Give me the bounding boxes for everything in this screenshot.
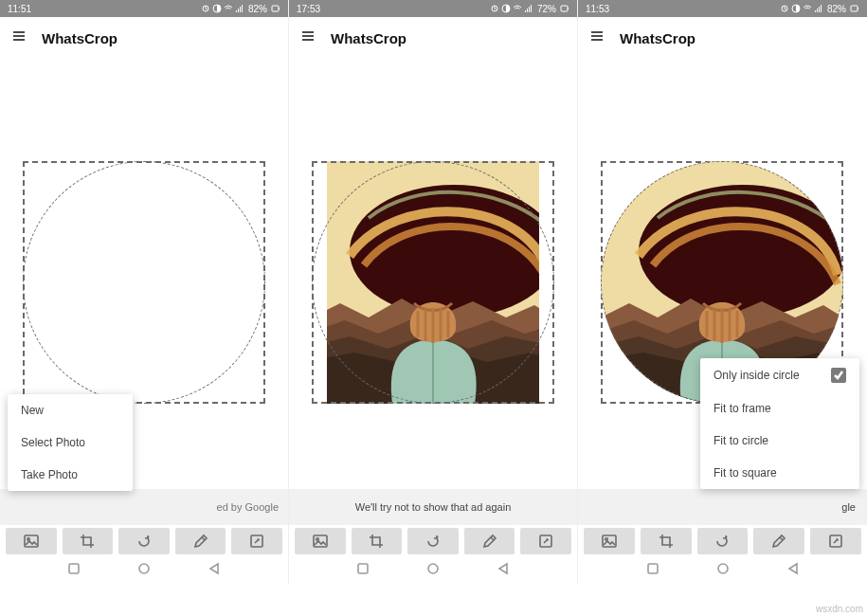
bottom-toolbar: [578, 525, 867, 557]
status-right: 82%: [780, 4, 859, 14]
nav-back[interactable]: [786, 562, 800, 579]
image-button[interactable]: [295, 528, 346, 554]
status-bar: 17:53 72%: [289, 0, 577, 17]
android-navbar: [0, 557, 288, 584]
panels-row: 11:51 82% WhatsCrop New Select Photo: [0, 0, 867, 584]
menu-button[interactable]: [300, 28, 316, 47]
menu-button[interactable]: [589, 28, 605, 47]
nav-back[interactable]: [497, 562, 510, 579]
android-navbar: [289, 557, 577, 584]
battery-pct: 72%: [537, 4, 556, 14]
menu-item-new[interactable]: New: [8, 394, 133, 426]
battery-icon: [560, 4, 569, 13]
wifi-icon: [513, 4, 522, 13]
fit-menu: Only inside circle Fit to frame Fit to c…: [700, 358, 859, 489]
edit-box-button[interactable]: [520, 528, 571, 554]
rotate-button[interactable]: [407, 528, 459, 554]
status-time: 11:51: [8, 4, 31, 14]
crop-canvas[interactable]: [23, 161, 265, 404]
status-time: 17:53: [297, 4, 320, 14]
nav-recents[interactable]: [356, 562, 370, 579]
contrast-icon: [501, 4, 511, 13]
status-time: 11:53: [586, 4, 609, 14]
status-bar: 11:51 82%: [0, 0, 288, 17]
status-right: 82%: [201, 4, 280, 14]
menu-item-fit-to-square[interactable]: Fit to square: [700, 457, 859, 489]
nav-home[interactable]: [426, 562, 440, 579]
bottom-toolbar: [289, 525, 577, 557]
edit-box-button[interactable]: [810, 528, 861, 554]
menu-button[interactable]: [11, 28, 27, 47]
menu-item-fit-to-circle[interactable]: Fit to circle: [700, 425, 859, 457]
wifi-icon: [224, 4, 233, 13]
app-title: WhatsCrop: [331, 30, 406, 46]
alarm-icon: [490, 4, 499, 13]
crop-circle: [23, 161, 265, 404]
new-menu: New Select Photo Take Photo: [8, 394, 133, 491]
menu-item-select-photo[interactable]: Select Photo: [8, 426, 133, 459]
pencil-button[interactable]: [464, 528, 515, 554]
alarm-icon: [201, 4, 210, 13]
menu-item-take-photo[interactable]: Take Photo: [8, 459, 133, 491]
pencil-button[interactable]: [175, 528, 226, 554]
panel-3: 11:53 82% WhatsCrop: [578, 0, 867, 584]
panel-1: 11:51 82% WhatsCrop New Select Photo: [0, 0, 289, 584]
watermark: wsxdn.com: [816, 604, 863, 614]
checkbox-checked-icon: [831, 368, 846, 383]
nav-back[interactable]: [208, 562, 221, 579]
nav-recents[interactable]: [646, 562, 659, 579]
battery-icon: [850, 4, 859, 13]
app-bar: WhatsCrop: [289, 17, 577, 59]
status-right: 72%: [490, 4, 569, 14]
rotate-button[interactable]: [697, 528, 749, 554]
app-title: WhatsCrop: [620, 30, 695, 46]
battery-pct: 82%: [248, 4, 267, 14]
nav-home[interactable]: [137, 562, 151, 579]
crop-canvas[interactable]: [312, 161, 554, 404]
crop-button[interactable]: [63, 528, 114, 554]
panel-2: 17:53 72% WhatsCrop We'll: [289, 0, 578, 584]
pencil-button[interactable]: [753, 528, 804, 554]
android-navbar: [578, 557, 867, 584]
rotate-button[interactable]: [118, 528, 170, 554]
menu-item-only-inside-circle[interactable]: Only inside circle: [700, 358, 859, 392]
edit-box-button[interactable]: [231, 528, 282, 554]
menu-item-fit-to-frame[interactable]: Fit to frame: [700, 392, 859, 425]
nav-home[interactable]: [716, 562, 730, 579]
app-bar: WhatsCrop: [578, 17, 867, 59]
bottom-toolbar: [0, 525, 288, 557]
battery-icon: [271, 4, 280, 13]
ad-text: gle: [841, 501, 856, 513]
status-bar: 11:53 82%: [578, 0, 867, 17]
crop-button[interactable]: [352, 528, 403, 554]
crop-circle: [312, 161, 554, 404]
ad-strip[interactable]: gle: [578, 489, 867, 525]
alarm-icon: [780, 4, 789, 13]
app-title: WhatsCrop: [42, 30, 117, 46]
ad-text: We'll try not to show that ad again: [355, 501, 512, 513]
ad-strip[interactable]: ed by Google: [0, 489, 288, 525]
contrast-icon: [212, 4, 222, 13]
ad-strip[interactable]: We'll try not to show that ad again: [289, 489, 577, 525]
contrast-icon: [791, 4, 801, 13]
signal-icon: [814, 4, 823, 13]
signal-icon: [524, 4, 533, 13]
ad-text: ed by Google: [217, 501, 279, 513]
wifi-icon: [803, 4, 812, 13]
signal-icon: [235, 4, 244, 13]
app-bar: WhatsCrop: [0, 17, 288, 59]
nav-recents[interactable]: [67, 562, 81, 579]
image-button[interactable]: [6, 528, 57, 554]
battery-pct: 82%: [827, 4, 846, 14]
image-button[interactable]: [584, 528, 635, 554]
crop-button[interactable]: [641, 528, 692, 554]
